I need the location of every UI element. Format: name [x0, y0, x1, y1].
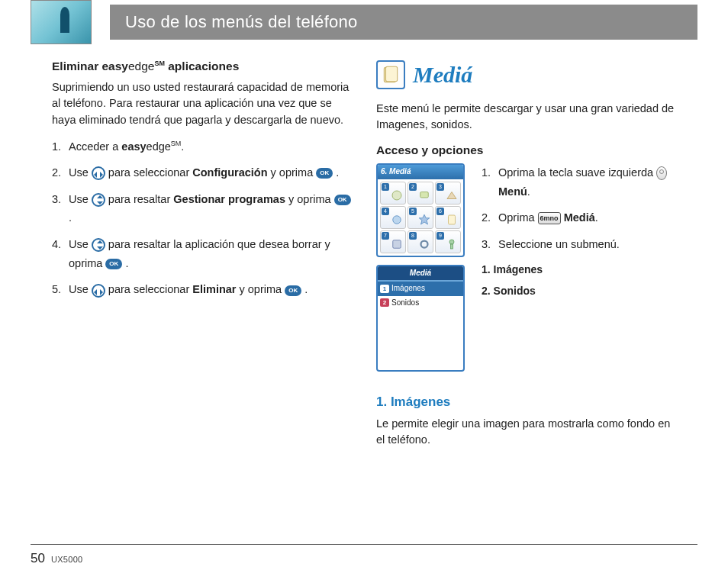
text: Use: [69, 193, 92, 205]
step-4: Use para resaltar la aplicación que dese…: [52, 235, 352, 272]
submenu-item: 1. Imágenes: [482, 262, 676, 277]
text: .: [595, 211, 598, 224]
text: para seleccionar: [108, 283, 192, 295]
svg-rect-6: [393, 240, 401, 248]
text: .: [181, 140, 184, 153]
menu-cell: 4: [380, 206, 406, 229]
ok-icon: OK: [285, 285, 301, 296]
text: y oprima: [237, 283, 285, 295]
text: Eliminar: [192, 283, 236, 295]
text: Acceder a: [69, 140, 121, 153]
step-3: Use para resaltar Gestionar programas y …: [52, 190, 352, 227]
model-label: UX5000: [51, 555, 83, 564]
text: y oprima: [285, 193, 334, 205]
list-item: 1Imágenes: [378, 282, 463, 296]
left-heading: Eliminar easyedgeSM aplicaciones: [52, 58, 352, 75]
text: .: [69, 211, 72, 224]
menu-cell: 7: [380, 230, 406, 253]
right-column: Mediá Este menú le permite descargar y u…: [376, 58, 676, 457]
page-number: 50: [31, 551, 45, 566]
phone-screen-list: Mediá 1Imágenes 2Sonidos: [376, 265, 465, 372]
text: Eliminar: [52, 60, 101, 72]
text: Oprima la tecla suave izquierda: [498, 166, 656, 179]
screen-title: 6. Mediá: [378, 165, 463, 179]
page-title: Uso de los menús del teléfono: [110, 5, 697, 40]
menu-cell: 3: [435, 182, 461, 205]
step-1: Acceder a easyedgeSM.: [52, 137, 352, 156]
svg-point-7: [421, 240, 428, 247]
left-intro: Suprimiendo un uso usted restaurará capa…: [52, 79, 352, 127]
media-title: Mediá: [413, 58, 472, 92]
text: Seleccione un submenú.: [498, 238, 620, 250]
text: SM: [154, 60, 165, 67]
svg-point-4: [393, 215, 401, 224]
text: para seleccionar: [108, 166, 192, 179]
text: Use: [69, 238, 92, 250]
menu-cell: 1: [380, 182, 406, 205]
svg-point-8: [449, 240, 454, 244]
step-3: Seleccione un submenú.: [482, 235, 676, 254]
svg-rect-1: [386, 66, 398, 82]
svg-rect-3: [420, 192, 429, 198]
text: Oprima: [498, 211, 538, 224]
text: Gestionar programas: [173, 193, 285, 205]
nav-up-down-icon: [92, 193, 105, 207]
header-thumbnail: [31, 0, 92, 44]
header: Uso de los menús del teléfono: [31, 0, 697, 44]
svg-point-2: [392, 191, 401, 200]
left-steps: Acceder a easyedgeSM. Use para seleccion…: [52, 137, 352, 299]
text: .: [527, 185, 530, 198]
access-heading: Acceso y opciones: [376, 142, 676, 159]
list-item: 2Sonidos: [378, 296, 463, 311]
nav-up-down-icon: [92, 238, 105, 252]
text: y oprima: [268, 166, 317, 179]
step-2: Oprima 6mno Mediá.: [482, 208, 676, 227]
text: Menú: [498, 185, 527, 198]
menu-cell: 5: [407, 206, 433, 229]
submenu-item: 2. Sonidos: [482, 283, 676, 298]
page-footer: 50 UX5000: [31, 544, 697, 566]
menu-cell: 8: [407, 230, 433, 253]
menu-cell: 6: [435, 206, 461, 229]
step-5: Use para seleccionar Eliminar y oprima O…: [52, 280, 352, 299]
text: Sonidos: [391, 298, 419, 309]
access-steps-wrap: Oprima la tecla suave izquierda Menú. Op…: [482, 163, 676, 304]
text: Configuración: [192, 166, 267, 179]
section-1-heading: 1. Imágenes: [376, 393, 676, 412]
text: Use: [69, 283, 92, 295]
access-steps: Oprima la tecla suave izquierda Menú. Op…: [482, 163, 676, 254]
ok-icon: OK: [316, 168, 333, 179]
key-6-icon: 6mno: [538, 212, 561, 224]
text: easy: [101, 60, 127, 72]
nav-left-right-icon: [92, 166, 105, 180]
step-2: Use para seleccionar Configuración y opr…: [52, 163, 352, 182]
media-icon: [376, 60, 405, 89]
step-1: Oprima la tecla suave izquierda Menú.: [482, 163, 676, 201]
text: .: [336, 166, 339, 179]
nav-left-right-icon: [92, 284, 105, 298]
ok-icon: OK: [105, 259, 122, 269]
text: edge: [147, 140, 171, 153]
text: edge: [128, 60, 154, 72]
submenu-list: 1. Imágenes 2. Sonidos: [482, 262, 676, 299]
svg-rect-9: [451, 244, 453, 249]
ok-icon: OK: [334, 195, 351, 205]
media-heading-row: Mediá: [376, 58, 676, 92]
phone-screen-grid: 6. Mediá 1 2 3 4 5 6 7 8 9: [376, 163, 465, 257]
section-1-body: Le permite elegir una imagen para mostra…: [376, 416, 676, 448]
text: SM: [171, 140, 182, 147]
text: Mediá: [564, 211, 595, 224]
text: aplicaciones: [165, 60, 239, 72]
left-column: Eliminar easyedgeSM aplicaciones Suprimi…: [52, 58, 352, 457]
text: para resaltar: [108, 193, 173, 205]
menu-cell: 9: [435, 230, 461, 253]
text: Imágenes: [391, 283, 425, 295]
text: easy: [121, 140, 146, 153]
left-softkey-icon: [656, 166, 667, 180]
svg-rect-5: [449, 215, 456, 224]
menu-cell: 2: [407, 182, 433, 205]
text: .: [125, 257, 128, 269]
text: Use: [69, 166, 92, 179]
phone-screens: 6. Mediá 1 2 3 4 5 6 7 8 9: [376, 163, 468, 379]
text: .: [304, 283, 308, 295]
